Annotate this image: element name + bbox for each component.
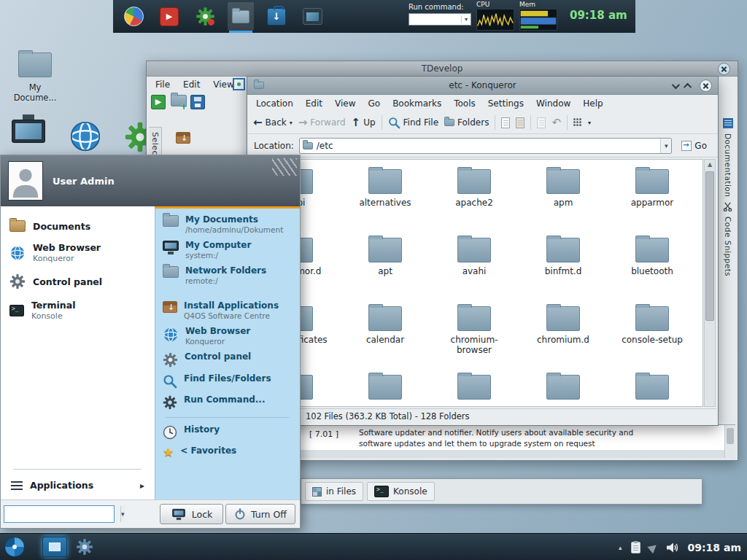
folder-item[interactable]: avahi <box>430 233 519 301</box>
paste-icon[interactable] <box>516 117 525 128</box>
desktop-icon-my-documents[interactable]: My Docume... <box>7 52 63 104</box>
software-centre-launcher[interactable] <box>192 2 218 31</box>
turn-off-button[interactable]: Turn Off <box>225 504 295 524</box>
folder-item[interactable]: apparmor <box>608 164 697 233</box>
menu-settings[interactable]: Settings <box>488 98 524 109</box>
menu-tools[interactable]: Tools <box>454 98 476 109</box>
open-project-icon[interactable]: + <box>171 95 185 109</box>
taskbar-settings-app[interactable] <box>76 538 93 556</box>
location-dropdown-icon[interactable]: ▾ <box>660 139 671 153</box>
file-view-scrollbar[interactable]: ▲ <box>704 159 716 407</box>
menu-item-web-browser[interactable]: Web Browser Konqueror <box>1 238 155 267</box>
folder-item[interactable]: chromium.d <box>519 301 608 370</box>
menu-item-my-computer[interactable]: My Computer system:/ <box>155 238 300 262</box>
scrollbar-thumb[interactable] <box>705 171 714 321</box>
menu-edit[interactable]: Edit <box>183 79 200 90</box>
save-icon[interactable] <box>190 95 205 109</box>
menu-item-control-panel[interactable]: Control panel <box>155 349 300 370</box>
back-button[interactable]: ← Back ▾ <box>253 117 293 128</box>
clipboard-icon[interactable] <box>631 542 640 553</box>
menu-item-my-documents[interactable]: My Documents /home/adminu/Dokument <box>155 212 300 236</box>
run-command-dropdown-icon[interactable]: ▾ <box>461 16 471 23</box>
run-icon[interactable]: ▶ <box>151 95 166 109</box>
folders-button[interactable]: Folders <box>444 117 489 128</box>
menu-item-control-panel[interactable]: Control panel <box>1 270 155 293</box>
forward-button[interactable]: → Forward <box>298 117 346 128</box>
menu-item-run-command[interactable]: Run Command... <box>155 392 300 412</box>
menu-item-install-applications[interactable]: Install Applications Q4OS Software Centr… <box>155 298 300 322</box>
menu-location[interactable]: Location <box>256 98 293 109</box>
pointer-icon[interactable] <box>647 541 659 553</box>
clock[interactable]: 09:18 am <box>688 542 741 553</box>
lock-button[interactable]: Lock <box>160 504 223 524</box>
folder-item[interactable] <box>519 370 608 407</box>
search-input[interactable] <box>4 506 120 522</box>
find-file-button[interactable]: Find File <box>388 117 438 129</box>
search-dropdown-icon[interactable]: ▾ <box>120 506 125 522</box>
menu-go[interactable]: Go <box>368 98 381 109</box>
view-mode-icon[interactable] <box>573 118 582 127</box>
menu-item-history[interactable]: History <box>155 422 300 442</box>
tray-expand-icon[interactable]: ▴ <box>619 544 622 551</box>
go-button[interactable]: Go <box>677 137 711 155</box>
folder-item[interactable]: apt <box>341 233 430 301</box>
shade-icon[interactable] <box>672 80 680 88</box>
menu-item-network-folders[interactable]: Network Folders remote:/ <box>155 263 300 287</box>
konqueror-titlebar[interactable]: etc - Konqueror <box>247 77 718 95</box>
folder-item[interactable] <box>341 370 430 407</box>
plugin-icon[interactable] <box>233 78 245 90</box>
scissors-icon[interactable] <box>723 202 732 211</box>
menu-bookmarks[interactable]: Bookmarks <box>392 98 441 109</box>
close-icon[interactable] <box>700 79 712 92</box>
screen-app-launcher[interactable] <box>299 2 325 31</box>
media-app-launcher[interactable]: ▶ <box>156 2 182 31</box>
folder-item[interactable]: bluetooth <box>608 233 697 301</box>
installer-launcher[interactable]: ↓ <box>263 2 290 31</box>
volume-icon[interactable] <box>666 542 679 553</box>
folder-item[interactable] <box>608 370 697 407</box>
clock[interactable]: 09:18 am <box>570 9 627 22</box>
taskbar-active-window[interactable] <box>42 537 67 557</box>
start-button[interactable] <box>4 537 25 557</box>
tab-find-in-files[interactable]: in Files <box>305 482 363 501</box>
view-mode-dropdown-icon[interactable]: ▾ <box>588 120 591 126</box>
menu-item-terminal[interactable]: Terminal Konsole <box>1 296 155 324</box>
documentation-icon[interactable] <box>723 118 733 128</box>
copy-icon[interactable] <box>501 117 510 128</box>
folder-item[interactable]: chromium-browser <box>430 301 519 370</box>
menu-item-find-files[interactable]: Find Files/Folders <box>155 371 300 391</box>
menu-view[interactable]: View <box>335 98 355 109</box>
close-icon[interactable] <box>718 63 730 75</box>
folder-item[interactable]: apache2 <box>430 164 519 233</box>
menu-item-documents[interactable]: Documents <box>1 217 155 236</box>
scrollbar-thumb[interactable] <box>727 428 734 444</box>
up-button[interactable]: ↑ Up <box>352 117 376 128</box>
menu-file[interactable]: File <box>155 79 170 90</box>
folder-item[interactable]: console-setup <box>608 301 697 370</box>
location-input[interactable] <box>313 139 661 152</box>
folder-item[interactable]: alternatives <box>341 164 430 233</box>
folder-item[interactable]: apm <box>519 164 608 233</box>
memory-monitor[interactable]: Mem <box>519 1 559 33</box>
scroll-up-icon[interactable]: ▲ <box>705 160 715 170</box>
package-icon[interactable] <box>176 132 190 144</box>
tab-documentation[interactable]: Documentation <box>724 133 732 197</box>
folder-item[interactable]: binfmt.d <box>519 233 608 301</box>
folder-item[interactable] <box>430 370 519 407</box>
menu-item-web-browser[interactable]: Web Browser Konqueror <box>155 324 300 348</box>
menu-edit[interactable]: Edit <box>306 98 322 109</box>
menu-help[interactable]: Help <box>583 98 603 109</box>
cpu-monitor[interactable]: CPU <box>476 1 516 33</box>
folder-item[interactable]: calendar <box>341 301 430 370</box>
menu-view[interactable]: View <box>213 79 233 90</box>
tdevelop-titlebar[interactable]: TDevelop <box>147 61 738 77</box>
file-manager-launcher[interactable] <box>228 2 254 31</box>
undo-icon[interactable]: ↶ <box>551 116 561 129</box>
menu-window[interactable]: Window <box>536 98 570 109</box>
tab-code-snippets[interactable]: Code Snippets <box>724 217 732 276</box>
back-dropdown-icon[interactable]: ▾ <box>290 120 293 126</box>
menu-item-applications[interactable]: Applications ▸ <box>1 475 155 499</box>
stats-app-launcher[interactable] <box>120 2 147 31</box>
list-scrollbar[interactable] <box>724 425 735 458</box>
print-icon[interactable] <box>537 117 546 128</box>
